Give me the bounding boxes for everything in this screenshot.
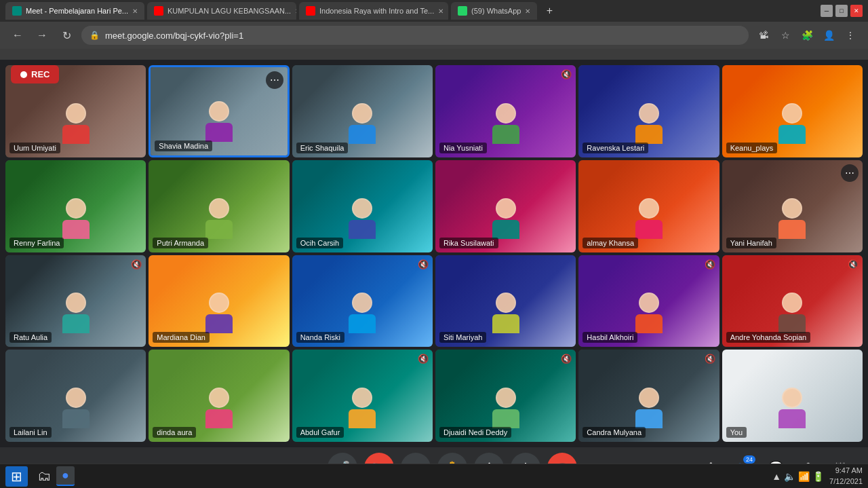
tile-label-7: Putri Armanda [153,238,208,248]
minimize-button[interactable]: ─ [821,5,833,17]
person-figure-9 [492,198,519,239]
video-tile-18[interactable]: Lailani Lin [5,350,146,442]
person-figure-12 [62,293,90,333]
tile-label-6: Renny Farlina [9,238,64,248]
person-figure-1 [205,101,233,142]
person-figure-18 [62,388,90,428]
tile-mute-icon-14: 🔇 [418,259,429,269]
person-figure-6 [62,198,90,239]
taskbar-chrome[interactable]: ● [56,466,75,486]
title-bar: Meet - Pembelajaran Hari Pe... ✕ KUMPULA… [0,0,868,22]
video-tile-8[interactable]: Ocih Carsih [292,160,433,252]
whatsapp-favicon [458,6,467,16]
video-grid: Uum UmiyatiShavia Madina⋯Eric ShaquilaNi… [5,65,863,442]
tile-mute-icon-22: 🔇 [705,354,715,364]
video-tile-20[interactable]: Abdul Gafur🔇 [292,350,433,442]
video-tile-6[interactable]: Renny Farlina [5,160,146,252]
tab-youtube2[interactable]: Indonesia Raya with Intro and Te... ✕ [299,2,448,20]
video-tile-12[interactable]: Ratu Aulia🔇 [5,255,146,348]
video-tile-21[interactable]: Djuaidi Nedi Deddy🔇 [435,350,576,442]
person-figure-10 [635,198,663,239]
cast-button[interactable]: 📽 [754,26,773,45]
rec-button[interactable]: REC [11,65,59,83]
taskbar-right: ▲ 🔈 📶 🔋 9:47 AM 7/12/2021 [772,466,863,487]
bookmark-button[interactable]: ☆ [776,26,795,45]
system-icons: ▲ 🔈 📶 🔋 [772,471,824,482]
refresh-button[interactable]: ↻ [57,26,76,45]
close-button[interactable]: ✕ [850,5,863,17]
video-tile-9[interactable]: Rika Susilawati [435,160,576,252]
battery-icon[interactable]: 🔋 [812,471,824,482]
tab-meet-label: Meet - Pembelajaran Hari Pe... [26,7,128,15]
person-figure-15 [492,293,519,333]
person-figure-19 [205,388,233,428]
video-tile-4[interactable]: Ravenska Lestari [578,65,719,157]
start-button[interactable]: ⊞ [5,466,28,487]
video-tile-14[interactable]: Nanda Riski🔇 [292,255,433,348]
video-tile-1[interactable]: Shavia Madina⋯ [149,65,289,157]
tile-label-20: Abdul Gafur [296,427,344,438]
video-tile-15[interactable]: Siti Mariyah [435,255,576,348]
rec-dot [20,71,27,78]
lock-icon: 🔒 [90,31,100,40]
tile-mute-icon-20: 🔇 [418,354,429,364]
tile-label-9: Rika Susilawati [439,238,498,248]
maximize-button[interactable]: □ [835,5,848,17]
tile-label-3: Nia Yusniati [439,143,487,153]
meet-area: Uum UmiyatiShavia Madina⋯Eric ShaquilaNi… [0,60,868,447]
taskbar-time: 9:47 AM 7/12/2021 [829,466,863,487]
tab-youtube1-close[interactable]: ✕ [295,7,296,15]
person-figure-13 [205,293,233,333]
video-tile-3[interactable]: Nia Yusniati🔇 [435,65,576,157]
tab-meet-close[interactable]: ✕ [132,7,138,15]
tab-whatsapp-label: (59) WhatsApp [471,7,521,15]
tile-mute-icon-12: 🔇 [131,259,142,269]
tile-mute-icon-3: 🔇 [561,69,572,79]
volume-icon[interactable]: 🔈 [784,471,795,482]
address-bar[interactable]: 🔒 meet.google.com/bqj-cykf-vio?pli=1 [81,26,749,45]
tab-whatsapp[interactable]: (59) WhatsApp ✕ [451,2,537,20]
network-icon[interactable]: 📶 [798,471,810,482]
tile-label-23: You [726,427,747,438]
chevron-up-icon[interactable]: ▲ [772,471,781,482]
person-figure-4 [635,103,663,144]
video-tile-7[interactable]: Putri Armanda [149,160,289,252]
tab-youtube1[interactable]: KUMPULAN LAGU KEBANGSAAN... ✕ [147,2,296,20]
taskbar-date: 7/12/2021 [829,476,863,487]
person-figure-20 [349,388,376,428]
video-tile-11[interactable]: Yani Hanifah⋯ [722,160,863,252]
video-tile-13[interactable]: Mardiana Dian [149,255,289,348]
menu-button[interactable]: ⋮ [841,26,860,45]
video-tile-19[interactable]: dinda aura [149,350,289,442]
tile-label-15: Siti Mariyah [439,332,486,343]
tile-menu-1[interactable]: ⋯ [266,71,283,89]
video-tile-10[interactable]: almay Khansa [578,160,719,252]
tab-whatsapp-close[interactable]: ✕ [525,7,530,15]
tab-youtube2-close[interactable]: ✕ [438,7,443,15]
video-tile-5[interactable]: Keanu_plays [722,65,863,157]
video-tile-22[interactable]: Candra Mulyana🔇 [578,350,719,442]
person-figure-0 [62,103,90,144]
tile-label-12: Ratu Aulia [9,332,52,343]
tile-label-16: Hasbil Alkhoiri [583,332,637,343]
tab-meet[interactable]: Meet - Pembelajaran Hari Pe... ✕ [5,2,144,20]
tile-label-5: Keanu_plays [726,143,778,153]
tile-mute-icon-21: 🔇 [561,354,572,364]
back-button[interactable]: ← [8,26,27,45]
person-figure-7 [205,198,233,239]
taskbar-explorer[interactable]: 🗂 [32,466,56,486]
tile-menu-yani[interactable]: ⋯ [841,164,859,182]
extensions-button[interactable]: 🧩 [797,26,816,45]
video-tile-2[interactable]: Eric Shaquila [292,65,433,157]
tile-label-22: Candra Mulyana [583,427,646,438]
person-figure-17 [778,293,806,333]
tile-label-8: Ocih Carsih [296,238,343,248]
video-tile-17[interactable]: Andre Yohanda Sopian🔇 [722,255,863,348]
video-tile-23[interactable]: You [722,350,863,442]
forward-button[interactable]: → [33,26,52,45]
video-tile-16[interactable]: Hasbil Alkhoiri🔇 [578,255,719,348]
person-figure-16 [635,293,663,333]
profiles-button[interactable]: 👤 [819,26,838,45]
tile-label-10: almay Khansa [583,238,638,248]
new-tab-button[interactable]: + [540,1,559,20]
